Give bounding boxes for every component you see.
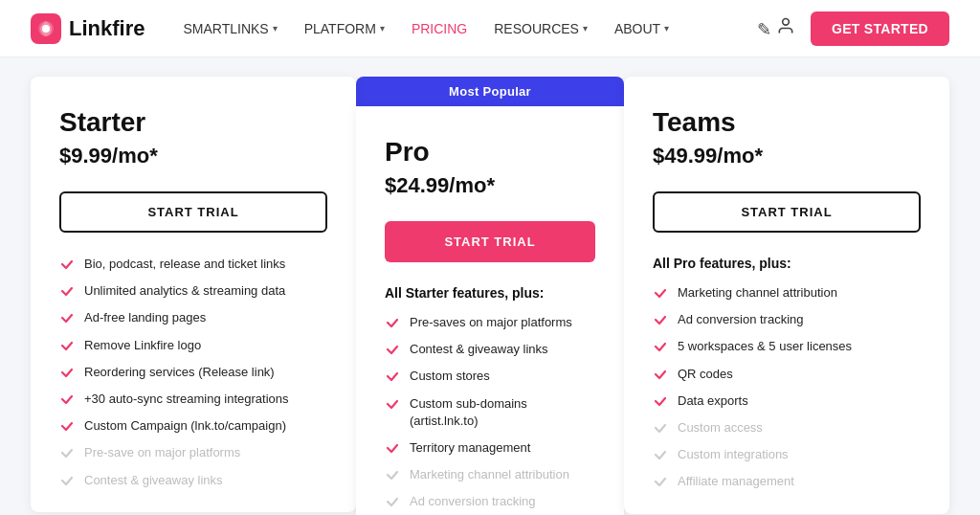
feature-item: QR codes xyxy=(653,366,921,383)
feature-item: Contest & giveaway links xyxy=(59,472,327,489)
plan-name: Pro xyxy=(385,137,595,168)
feature-item: Custom Campaign (lnk.to/campaign) xyxy=(59,417,327,435)
feature-item: Custom stores xyxy=(385,368,595,385)
feature-item: 5 workspaces & 5 user licenses xyxy=(653,338,921,355)
feature-item: Custom integrations xyxy=(653,446,921,463)
chevron-down-icon: ▾ xyxy=(664,23,669,34)
logo[interactable]: Linkfire xyxy=(31,13,145,44)
feature-item: Marketing channel attribution xyxy=(653,284,921,302)
get-started-button[interactable]: GET STARTED xyxy=(811,11,949,46)
feature-item: Data exports xyxy=(653,392,921,410)
features-section: Bio, podcast, release and ticket links U… xyxy=(59,256,327,489)
plan-name: Teams xyxy=(653,107,921,138)
start-trial-outline-button[interactable]: START TRIAL xyxy=(59,191,327,233)
svg-point-3 xyxy=(783,19,790,26)
plan-price: $9.99/mo* xyxy=(59,144,327,168)
feature-item: Affiliate management xyxy=(653,473,921,490)
nav-about[interactable]: ABOUT ▾ xyxy=(614,21,669,36)
nav-platform[interactable]: PLATFORM ▾ xyxy=(304,21,385,36)
feature-item: Ad conversion tracking xyxy=(653,311,921,328)
features-section: All Pro features, plus: Marketing channe… xyxy=(653,256,921,491)
plan-name: Starter xyxy=(59,107,327,138)
logo-text: Linkfire xyxy=(69,16,145,41)
nav-pricing[interactable]: PRICING xyxy=(412,21,467,36)
plan-card-teams: Teams $49.99/mo* START TRIAL All Pro fea… xyxy=(624,77,949,514)
plan-card-starter: Starter $9.99/mo* START TRIAL Bio, podca… xyxy=(31,77,356,512)
navbar: Linkfire SMARTLINKS ▾ PLATFORM ▾ PRICING… xyxy=(0,0,980,57)
feature-item: Custom sub-domains (artist.lnk.to) xyxy=(385,395,595,430)
popular-badge: Most Popular xyxy=(356,77,624,106)
plan-card-pro: Pro $24.99/mo* START TRIAL All Starter f… xyxy=(356,106,624,515)
nav-smartlinks[interactable]: SMARTLINKS ▾ xyxy=(183,21,277,36)
chevron-down-icon: ▾ xyxy=(273,23,278,34)
logo-icon xyxy=(31,13,61,44)
svg-point-2 xyxy=(42,25,50,33)
feature-item: Unlimited analytics & streaming data xyxy=(59,282,327,300)
feature-item: Ad conversion tracking xyxy=(385,493,595,510)
plan-card-pro-wrapper: Most Popular Pro $24.99/mo* START TRIAL … xyxy=(356,77,624,515)
feature-item: +30 auto-sync streaming integrations xyxy=(59,391,327,408)
feature-item: Pre-save on major platforms xyxy=(59,444,327,461)
features-label: All Pro features, plus: xyxy=(653,256,921,271)
feature-item: Remove Linkfire logo xyxy=(59,337,327,354)
feature-item: Custom access xyxy=(653,419,921,437)
feature-list: Marketing channel attribution Ad convers… xyxy=(653,284,921,491)
plans-wrapper: Starter $9.99/mo* START TRIAL Bio, podca… xyxy=(31,77,949,515)
feature-item: Bio, podcast, release and ticket links xyxy=(59,256,327,273)
plan-price: $24.99/mo* xyxy=(385,173,595,198)
start-trial-solid-button[interactable]: START TRIAL xyxy=(385,221,595,262)
feature-item: Contest & giveaway links xyxy=(385,341,595,358)
feature-item: Pre-saves on major platforms xyxy=(385,314,595,331)
features-label: All Starter features, plus: xyxy=(385,285,595,301)
pricing-section: Starter $9.99/mo* START TRIAL Bio, podca… xyxy=(0,57,980,515)
feature-item: Ad-free landing pages xyxy=(59,309,327,326)
start-trial-outline-button[interactable]: START TRIAL xyxy=(653,191,921,233)
chevron-down-icon: ▾ xyxy=(380,23,385,34)
nav-actions: ✎ GET STARTED xyxy=(757,11,949,46)
feature-list: Bio, podcast, release and ticket links U… xyxy=(59,256,327,489)
feature-item: Territory management xyxy=(385,439,595,457)
plan-price: $49.99/mo* xyxy=(653,144,921,168)
features-section: All Starter features, plus: Pre-saves on… xyxy=(385,285,595,515)
chevron-down-icon: ▾ xyxy=(583,23,588,34)
nav-resources[interactable]: RESOURCES ▾ xyxy=(494,21,588,36)
nav-links: SMARTLINKS ▾ PLATFORM ▾ PRICING RESOURCE… xyxy=(183,21,756,36)
feature-item: Reordering services (Release link) xyxy=(59,364,327,381)
feature-list: Pre-saves on major platforms Contest & g… xyxy=(385,314,595,515)
feature-item: Marketing channel attribution xyxy=(385,466,595,483)
user-icon[interactable]: ✎ xyxy=(757,16,795,40)
